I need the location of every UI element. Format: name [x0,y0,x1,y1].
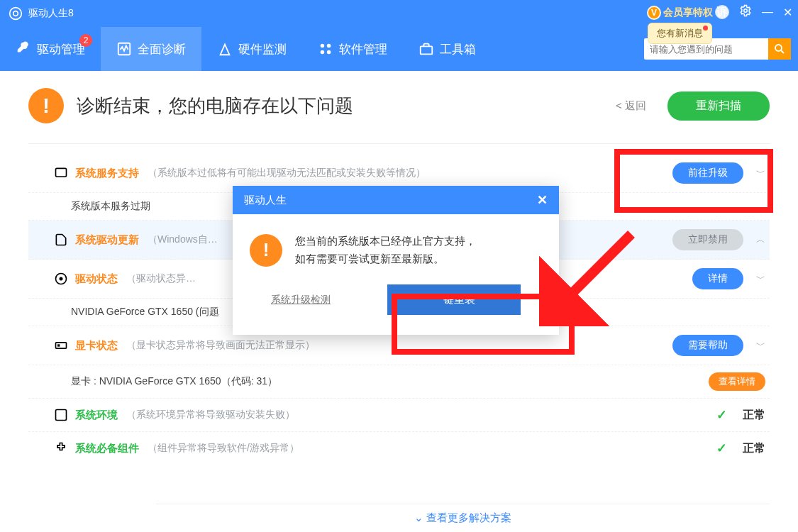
one-click-reinstall-button[interactable]: 一键重装 [387,284,521,315]
row-desc: （显卡状态异常将导致画面无法正常显示） [126,339,315,352]
dialog-title: 驱动人生 [244,194,287,207]
tab-toolbox[interactable]: 工具箱 [403,27,492,71]
tab-software-manage[interactable]: 软件管理 [302,27,403,71]
search-button[interactable] [768,38,791,60]
minimize-button[interactable]: — [762,6,773,18]
check-icon: ✓ [716,407,727,423]
upgrade-button[interactable]: 前往升级 [672,162,743,184]
vip-label: 会员享特权 [663,6,713,19]
feedback-icon[interactable]: 诉 [715,5,729,19]
row-desc: （系统版本过低将有可能出现驱动无法匹配或安装失败等情况） [148,167,426,179]
row-title: 系统环境 [75,409,118,422]
vip-banner[interactable]: V 会员享特权 [647,6,713,20]
svg-point-6 [321,50,325,55]
svg-rect-10 [56,168,67,177]
row-title: 驱动状态 [75,272,118,286]
svg-point-4 [321,44,325,48]
svg-point-1 [13,11,18,16]
app-title: 驱动人生8 [28,7,74,20]
row-desc: （系统环境异常将导致驱动安装失败） [126,409,295,421]
row-system-env: 系统环境 （系统环境异常将导致驱动安装失败） ✓ 正常 [28,399,770,432]
details-button[interactable]: 详情 [692,268,743,289]
chevron-down-icon[interactable]: ﹀ [756,339,765,352]
row-title: 显卡状态 [75,339,118,353]
svg-point-2 [744,9,748,13]
close-button[interactable]: ✕ [783,6,792,19]
tab-label: 全面诊断 [138,41,186,57]
new-message-bubble[interactable]: 您有新消息 [648,23,712,44]
svg-rect-15 [56,410,67,421]
svg-rect-14 [57,344,60,346]
tab-label: 硬件监测 [238,41,287,57]
app-logo-icon [9,6,23,21]
new-message-text: 您有新消息 [657,28,703,38]
svg-point-12 [60,277,63,281]
svg-point-0 [10,8,22,20]
tab-driver-manage[interactable]: 驱动管理 2 [0,27,101,71]
svg-rect-8 [421,46,433,54]
tab-full-diagnosis[interactable]: 全面诊断 [101,27,201,71]
row-desc: （组件异常将导致软件/游戏异常） [148,442,299,455]
row-title: 系统服务支持 [75,167,139,180]
svg-point-5 [327,44,331,48]
chevron-up-icon[interactable]: ︿ [756,233,765,246]
tab-label: 驱动管理 [37,41,85,57]
svg-rect-13 [56,343,67,348]
check-icon: ✓ [716,440,727,456]
row-title: 系统必备组件 [75,442,139,455]
notification-dot-icon [703,26,708,31]
row-system-components: 系统必备组件 （组件异常将导致软件/游戏异常） ✓ 正常 [28,432,770,465]
settings-icon[interactable] [739,4,752,20]
row-title: 系统驱动更新 [75,233,139,247]
need-help-button[interactable]: 需要帮助 [672,335,743,356]
svg-point-7 [327,50,331,55]
row-desc: （Windows自… [148,233,218,246]
system-update-dialog: 驱动人生 ✕ ! 您当前的系统版本已经停止官方支持， 如有需要可尝试更新至最新版… [233,186,559,335]
vip-badge-icon: V [647,6,661,20]
disable-button[interactable]: 立即禁用 [672,229,743,250]
badge-count: 2 [79,34,92,47]
system-upgrade-check-link[interactable]: 系统升级检测 [271,294,331,306]
chevron-down-icon[interactable]: ﹀ [756,272,765,285]
sub-row-gpustate: 显卡 : NVIDIA GeForce GTX 1650（代码: 31） 查看详… [28,365,770,399]
warning-icon: ! [250,234,282,267]
status-text: 正常 [743,408,765,423]
view-detail-button[interactable]: 查看详情 [709,372,765,391]
chevron-down-icon[interactable]: ﹀ [756,167,765,179]
svg-point-9 [775,45,782,51]
dialog-close-button[interactable]: ✕ [537,192,548,208]
tab-label: 软件管理 [339,41,387,57]
diagnosis-title: 诊断结束，您的电脑存在以下问题 [77,94,353,118]
rescan-button[interactable]: 重新扫描 [667,92,770,121]
tab-hardware-monitor[interactable]: 硬件监测 [201,27,302,71]
tab-label: 工具箱 [440,41,476,57]
dialog-text-line1: 您当前的系统版本已经停止官方支持， [295,233,476,250]
warning-icon: ! [28,88,64,123]
dialog-text-line2: 如有需要可尝试更新至最新版。 [295,250,476,268]
more-solutions-link[interactable]: ⌄ 查看更多解决方案 [156,504,770,532]
status-text: 正常 [743,441,765,456]
row-desc: （驱动状态异… [126,272,196,285]
back-link[interactable]: < 返回 [616,99,646,113]
